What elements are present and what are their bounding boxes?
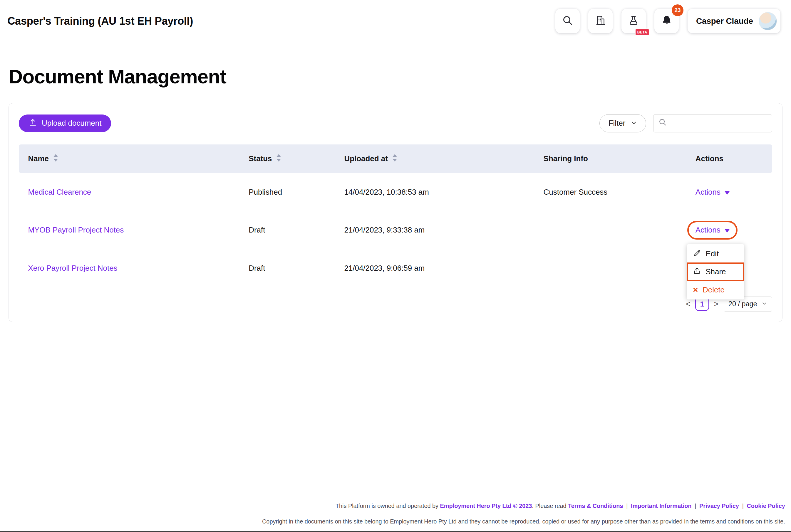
bell-icon — [661, 15, 672, 27]
documents-card: Upload document Filter — [8, 103, 783, 322]
beta-badge: BETA — [635, 28, 649, 36]
document-link[interactable]: Medical Clearence — [28, 188, 91, 196]
chevron-down-icon — [761, 300, 767, 308]
table-row: Medical Clearence Published 14/04/2023, … — [19, 173, 772, 211]
row-actions-button[interactable]: Actions — [696, 226, 730, 234]
upload-document-button[interactable]: Upload document — [19, 114, 111, 132]
sort-icon[interactable] — [53, 154, 58, 164]
upload-icon — [29, 118, 37, 128]
page-title: Document Management — [8, 65, 783, 88]
pencil-icon — [693, 249, 701, 259]
status-cell: Draft — [239, 226, 335, 234]
filter-button[interactable]: Filter — [600, 114, 646, 132]
topbar-actions: BETA 23 Casper Claude — [555, 9, 780, 33]
column-header-uploaded-at[interactable]: Uploaded at — [335, 154, 534, 164]
document-link[interactable]: Xero Payroll Project Notes — [28, 264, 117, 272]
sort-icon[interactable] — [392, 154, 398, 164]
menu-item-delete[interactable]: × Delete — [687, 281, 744, 299]
uploaded-at-cell: 21/04/2023, 9:06:59 am — [335, 264, 534, 272]
sort-icon[interactable] — [276, 154, 281, 164]
uploaded-at-cell: 14/04/2023, 10:38:53 am — [335, 188, 534, 196]
search-input[interactable] — [671, 119, 767, 128]
flask-icon — [628, 15, 639, 27]
top-bar: Casper's Training (AU 1st EH Payroll) BE… — [0, 0, 791, 42]
document-link[interactable]: MYOB Payroll Project Notes — [28, 226, 124, 234]
actions-dropdown-menu: Edit Share × Delete — [687, 244, 744, 300]
table-search-box[interactable] — [653, 114, 772, 132]
chevron-down-icon — [631, 119, 637, 128]
menu-item-edit[interactable]: Edit — [687, 245, 744, 263]
row-actions-button[interactable]: Actions — [696, 188, 730, 196]
org-title: Casper's Training (AU 1st EH Payroll) — [7, 15, 193, 27]
column-header-status[interactable]: Status — [239, 154, 335, 164]
caret-down-icon — [724, 226, 730, 234]
notification-count-badge: 23 — [672, 4, 683, 16]
column-header-actions: Actions — [686, 154, 772, 163]
notifications-button[interactable]: 23 — [655, 9, 679, 33]
beta-labs-button[interactable]: BETA — [622, 9, 646, 33]
organisation-button[interactable] — [588, 9, 613, 33]
building-icon — [595, 15, 606, 27]
app-window: Casper's Training (AU 1st EH Payroll) BE… — [0, 0, 791, 532]
status-cell: Draft — [239, 264, 335, 272]
footer-link-cookie-policy[interactable]: Cookie Policy — [747, 502, 785, 509]
table-toolbar: Upload document Filter — [19, 114, 772, 132]
delete-x-icon: × — [693, 285, 698, 294]
footer-line1: This Platform is owned and operated by E… — [6, 502, 785, 509]
user-name: Casper Claude — [696, 16, 753, 26]
menu-item-share[interactable]: Share — [687, 263, 744, 281]
footer-line2: Copyright in the documents on this site … — [6, 518, 785, 525]
status-cell: Published — [239, 188, 335, 196]
footer-link-terms[interactable]: Terms & Conditions — [568, 502, 623, 509]
table-row: Xero Payroll Project Notes Draft 21/04/2… — [19, 249, 772, 287]
column-header-sharing-info: Sharing Info — [534, 154, 686, 163]
footer-link-company[interactable]: Employment Hero Pty Ltd © 2023 — [440, 502, 532, 509]
avatar — [759, 12, 777, 30]
column-header-name[interactable]: Name — [19, 154, 239, 164]
prev-page-button[interactable]: < — [686, 300, 690, 308]
caret-down-icon — [724, 188, 730, 196]
table-row: MYOB Payroll Project Notes Draft 21/04/2… — [19, 211, 772, 249]
uploaded-at-cell: 21/04/2023, 9:33:38 am — [335, 226, 534, 234]
search-icon — [659, 118, 667, 128]
user-menu[interactable]: Casper Claude — [687, 9, 781, 33]
sharing-info-cell: Customer Success — [534, 188, 686, 196]
table-header-row: Name Status Uploaded at Sharing Info Act… — [19, 145, 772, 173]
next-page-button[interactable]: > — [714, 300, 718, 308]
annotation-ellipse: Actions — [687, 221, 737, 239]
site-footer: This Platform is owned and operated by E… — [0, 502, 791, 525]
footer-link-privacy-policy[interactable]: Privacy Policy — [699, 502, 739, 509]
global-search-button[interactable] — [555, 9, 580, 33]
pagination: < 1 > 20 / page — [19, 297, 772, 312]
filter-button-label: Filter — [609, 119, 626, 128]
toolbar-right: Filter — [600, 114, 772, 132]
search-icon — [562, 15, 573, 27]
upload-button-label: Upload document — [42, 119, 102, 128]
footer-link-important-information[interactable]: Important Information — [631, 502, 692, 509]
share-icon — [693, 267, 701, 277]
